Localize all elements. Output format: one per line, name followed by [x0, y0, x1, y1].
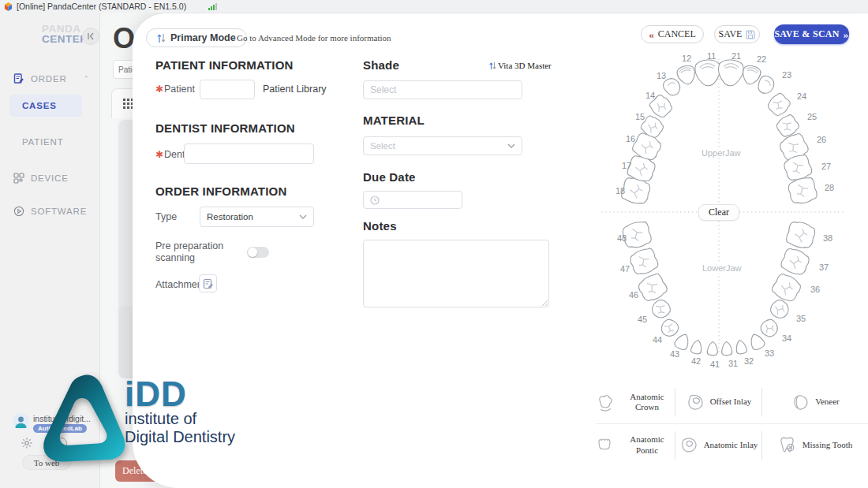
type-select[interactable]: Restoration: [200, 207, 314, 227]
advanced-mode-note[interactable]: Go to Advanced Mode for more information: [237, 33, 391, 43]
tooth-number-16: 16: [626, 134, 635, 143]
sidebar-item-device[interactable]: DEVICE: [0, 170, 100, 186]
tooth-31[interactable]: [721, 341, 732, 356]
dentist-information-heading: DENTIST INFORMATION: [155, 121, 295, 135]
sidebar-collapse-button[interactable]: [82, 28, 99, 45]
cancel-button[interactable]: « CANCEL: [641, 25, 704, 43]
vita-3d-master-link[interactable]: Vita 3D Master: [489, 61, 552, 70]
tooth-42[interactable]: [690, 339, 703, 355]
restoration-type-panel: Anatomic CrownOffset InlayVeneerAnatomic…: [596, 381, 868, 466]
chevron-down-icon: [299, 214, 307, 219]
tooth-number-12: 12: [682, 54, 691, 63]
veneer-icon: [791, 393, 810, 412]
mode-switch-icon: [157, 33, 166, 43]
to-web-button[interactable]: To web: [22, 455, 71, 470]
patient-label: Patient: [164, 84, 195, 95]
patient-input[interactable]: [200, 80, 255, 99]
tooth-47[interactable]: [628, 246, 660, 277]
settings-button[interactable]: [21, 437, 33, 449]
anatomic-crown-icon: [596, 393, 615, 412]
avatar[interactable]: [13, 413, 29, 430]
attachment-label: Attachment: [155, 279, 205, 290]
clear-button[interactable]: Clear: [698, 204, 739, 221]
pre-preparation-toggle[interactable]: [247, 247, 269, 258]
clock-icon: [370, 196, 380, 205]
sidebar: PANDA CENTER ORDER ⌃ CASES PATIENT: [0, 13, 100, 488]
tooth-34[interactable]: [758, 317, 781, 340]
tooth-32[interactable]: [735, 339, 747, 355]
tooth-number-27: 27: [821, 162, 831, 171]
restoration-type-anatomic-pontic[interactable]: Anatomic Pontic: [596, 431, 675, 460]
tooth-41[interactable]: [707, 341, 718, 356]
sidebar-item-cases[interactable]: CASES: [9, 95, 82, 117]
chevrons-left-icon: «: [649, 28, 654, 41]
tooth-46[interactable]: [636, 271, 669, 304]
attachment-button[interactable]: [199, 274, 217, 292]
sidebar-item-patient[interactable]: PATIENT: [0, 134, 100, 150]
tooth-number-15: 15: [635, 112, 645, 121]
tooth-45[interactable]: [649, 297, 673, 322]
tooth-number-25: 25: [807, 112, 817, 121]
tooth-number-45: 45: [638, 315, 647, 324]
app-cube-icon: [4, 2, 13, 11]
required-asterisk: ✱: [155, 149, 163, 160]
restoration-type-anatomic-inlay[interactable]: Anatomic Inlay: [675, 431, 761, 460]
tooth-number-41: 41: [710, 359, 720, 369]
shade-input[interactable]: [363, 80, 522, 99]
help-button[interactable]: [55, 438, 67, 449]
patient-library-link[interactable]: Patient Library: [263, 84, 327, 95]
anatomic-inlay-icon: [679, 435, 699, 455]
tooth-number-38: 38: [823, 233, 832, 243]
user-name: instituteofdigit...: [33, 414, 96, 423]
window-titlebar: [Online] PandaCenter (STANDARD - EN1.5.0…: [0, 0, 868, 13]
notes-textarea[interactable]: [363, 240, 549, 307]
tooth-33[interactable]: [747, 332, 765, 352]
tooth-number-23: 23: [782, 70, 791, 80]
missing-tooth-icon: [778, 435, 798, 455]
required-asterisk: ✱: [155, 84, 163, 95]
tooth-number-43: 43: [670, 349, 679, 359]
tooth-number-17: 17: [622, 161, 631, 170]
due-date-input[interactable]: [363, 191, 462, 209]
offset-inlay-icon: [686, 393, 705, 412]
chevron-up-icon: ⌃: [83, 75, 89, 83]
tooth-number-24: 24: [797, 91, 806, 101]
tooth-38[interactable]: [785, 220, 817, 251]
case-card-edge: [118, 306, 133, 378]
tooth-number-46: 46: [629, 290, 638, 300]
pre-preparation-scanning-label: Pre preparation scanning: [155, 240, 226, 264]
restoration-type-veneer[interactable]: Veneer: [761, 388, 868, 416]
chevrons-right-icon: »: [844, 28, 849, 41]
restoration-type-offset-inlay[interactable]: Offset Inlay: [675, 388, 761, 416]
shade-switch-icon: [489, 61, 496, 70]
device-icon: [13, 173, 24, 184]
save-and-scan-button[interactable]: SAVE & SCAN »: [774, 24, 849, 44]
user-avatar-icon: [13, 413, 29, 430]
tooth-21[interactable]: [717, 59, 744, 87]
tooth-number-47: 47: [620, 264, 630, 274]
restoration-type-row: Anatomic CrownOffset InlayVeneer: [596, 381, 868, 423]
type-label: Type: [155, 211, 177, 222]
tooth-number-37: 37: [819, 263, 829, 272]
tooth-36[interactable]: [770, 271, 803, 304]
restoration-type-anatomic-crown[interactable]: Anatomic Crown: [596, 388, 675, 416]
tooth-43[interactable]: [673, 332, 691, 352]
tooth-number-11: 11: [707, 51, 716, 61]
save-button[interactable]: SAVE: [714, 25, 760, 43]
dentist-input[interactable]: [184, 143, 314, 164]
tooth-24[interactable]: [765, 91, 792, 118]
tooth-number-31: 31: [728, 359, 738, 368]
sidebar-item-order[interactable]: ORDER ⌃: [0, 71, 100, 87]
restoration-type-missing-tooth[interactable]: Missing Tooth: [761, 431, 868, 460]
material-select[interactable]: Select: [363, 136, 522, 155]
tooth-number-14: 14: [645, 91, 655, 100]
notes-heading: Notes: [363, 219, 397, 233]
tooth-37[interactable]: [780, 246, 812, 277]
toggle-knob: [248, 248, 257, 257]
primary-mode-button[interactable]: Primary Mode: [146, 28, 247, 47]
sidebar-item-software[interactable]: SOFTWARE: [0, 203, 100, 219]
tooth-number-44: 44: [653, 335, 662, 345]
upper-jaw-label: UpperJaw: [698, 148, 744, 158]
panda-center-logo: PANDA CENTER: [42, 24, 88, 44]
tooth-11[interactable]: [694, 59, 721, 87]
